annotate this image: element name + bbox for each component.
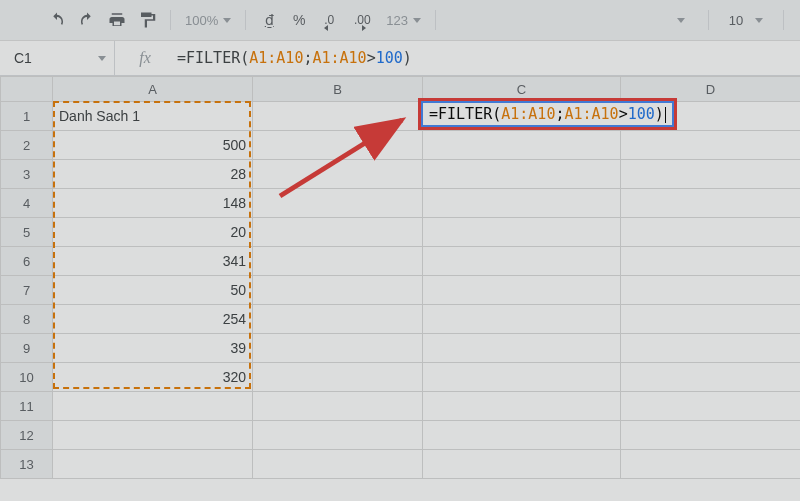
separator xyxy=(708,10,709,30)
chevron-down-icon xyxy=(223,18,231,23)
percent-icon[interactable]: % xyxy=(286,7,312,33)
cell-D10[interactable] xyxy=(621,363,801,392)
col-header-A[interactable]: A xyxy=(53,77,253,102)
chevron-down-icon xyxy=(755,18,763,23)
cell-D8[interactable] xyxy=(621,305,801,334)
col-header-B[interactable]: B xyxy=(253,77,423,102)
cell-D2[interactable] xyxy=(621,131,801,160)
cell-A5[interactable]: 20 xyxy=(53,218,253,247)
cell-D9[interactable] xyxy=(621,334,801,363)
font-dropdown[interactable] xyxy=(670,18,698,23)
cell-C4[interactable] xyxy=(423,189,621,218)
cell-editor-highlight: =FILTER(A1:A10;A1:A10>100) xyxy=(418,98,677,130)
cell-editor[interactable]: =FILTER(A1:A10;A1:A10>100) xyxy=(421,101,674,127)
cell-D3[interactable] xyxy=(621,160,801,189)
cell-B3[interactable] xyxy=(253,160,423,189)
spreadsheet-grid[interactable]: A B C D 1Danh Sach 125003284148520634175… xyxy=(0,76,800,501)
cell-B9[interactable] xyxy=(253,334,423,363)
cell-C3[interactable] xyxy=(423,160,621,189)
paint-format-icon[interactable] xyxy=(134,7,160,33)
separator xyxy=(170,10,171,30)
cell-D6[interactable] xyxy=(621,247,801,276)
cell-C5[interactable] xyxy=(423,218,621,247)
print-icon[interactable] xyxy=(104,7,130,33)
cell-B5[interactable] xyxy=(253,218,423,247)
text-cursor xyxy=(665,107,666,123)
cell-D13[interactable] xyxy=(621,450,801,479)
cell-B13[interactable] xyxy=(253,450,423,479)
row-header-13[interactable]: 13 xyxy=(1,450,53,479)
more-formats-dropdown[interactable]: 123 xyxy=(382,13,425,28)
cell-C12[interactable] xyxy=(423,421,621,450)
undo-icon[interactable] xyxy=(44,7,70,33)
row-header-8[interactable]: 8 xyxy=(1,305,53,334)
cell-B1[interactable] xyxy=(253,102,423,131)
row-header-3[interactable]: 3 xyxy=(1,160,53,189)
row-header-11[interactable]: 11 xyxy=(1,392,53,421)
cell-A12[interactable] xyxy=(53,421,253,450)
cell-A6[interactable]: 341 xyxy=(53,247,253,276)
cell-A4[interactable]: 148 xyxy=(53,189,253,218)
cell-C6[interactable] xyxy=(423,247,621,276)
cell-B10[interactable] xyxy=(253,363,423,392)
row-header-6[interactable]: 6 xyxy=(1,247,53,276)
cell-A2[interactable]: 500 xyxy=(53,131,253,160)
formula-bar: C1 fx =FILTER(A1:A10;A1:A10>100) xyxy=(0,40,800,76)
formula-input[interactable]: =FILTER(A1:A10;A1:A10>100) xyxy=(175,49,800,67)
redo-icon[interactable] xyxy=(74,7,100,33)
cell-C9[interactable] xyxy=(423,334,621,363)
cell-A9[interactable]: 39 xyxy=(53,334,253,363)
row-header-1[interactable]: 1 xyxy=(1,102,53,131)
cell-A11[interactable] xyxy=(53,392,253,421)
cell-C13[interactable] xyxy=(423,450,621,479)
chevron-down-icon xyxy=(413,18,421,23)
cell-C8[interactable] xyxy=(423,305,621,334)
row-header-10[interactable]: 10 xyxy=(1,363,53,392)
separator xyxy=(435,10,436,30)
cell-C10[interactable] xyxy=(423,363,621,392)
cell-A10[interactable]: 320 xyxy=(53,363,253,392)
cell-D7[interactable] xyxy=(621,276,801,305)
chevron-down-icon xyxy=(677,18,685,23)
cell-A1[interactable]: Danh Sach 1 xyxy=(53,102,253,131)
cell-D5[interactable] xyxy=(621,218,801,247)
chevron-down-icon xyxy=(98,56,106,61)
decrease-decimal-icon[interactable]: .0 xyxy=(316,7,342,33)
cell-B2[interactable] xyxy=(253,131,423,160)
name-box[interactable]: C1 xyxy=(0,41,115,75)
cell-A13[interactable] xyxy=(53,450,253,479)
cell-A7[interactable]: 50 xyxy=(53,276,253,305)
cell-B6[interactable] xyxy=(253,247,423,276)
row-header-9[interactable]: 9 xyxy=(1,334,53,363)
zoom-dropdown[interactable]: 100% xyxy=(181,13,235,28)
font-size-dropdown[interactable]: 10 xyxy=(719,13,773,28)
row-header-2[interactable]: 2 xyxy=(1,131,53,160)
separator xyxy=(783,10,784,30)
cell-A3[interactable]: 28 xyxy=(53,160,253,189)
cell-B4[interactable] xyxy=(253,189,423,218)
increase-decimal-icon[interactable]: .00 xyxy=(346,7,378,33)
separator xyxy=(245,10,246,30)
cell-B7[interactable] xyxy=(253,276,423,305)
row-header-5[interactable]: 5 xyxy=(1,218,53,247)
cell-C11[interactable] xyxy=(423,392,621,421)
cell-B8[interactable] xyxy=(253,305,423,334)
cell-C2[interactable] xyxy=(423,131,621,160)
cell-B11[interactable] xyxy=(253,392,423,421)
zoom-value: 100% xyxy=(185,13,218,28)
select-all-corner[interactable] xyxy=(1,77,53,102)
cell-D4[interactable] xyxy=(621,189,801,218)
cell-reference: C1 xyxy=(14,50,32,66)
row-header-12[interactable]: 12 xyxy=(1,421,53,450)
fx-label: fx xyxy=(115,49,175,67)
cell-C7[interactable] xyxy=(423,276,621,305)
cell-A8[interactable]: 254 xyxy=(53,305,253,334)
row-header-4[interactable]: 4 xyxy=(1,189,53,218)
cell-B12[interactable] xyxy=(253,421,423,450)
row-header-7[interactable]: 7 xyxy=(1,276,53,305)
toolbar: 100% ₫ % .0 .00 123 10 xyxy=(0,0,800,40)
currency-icon[interactable]: ₫ xyxy=(256,7,282,33)
cell-D11[interactable] xyxy=(621,392,801,421)
cell-D12[interactable] xyxy=(621,421,801,450)
